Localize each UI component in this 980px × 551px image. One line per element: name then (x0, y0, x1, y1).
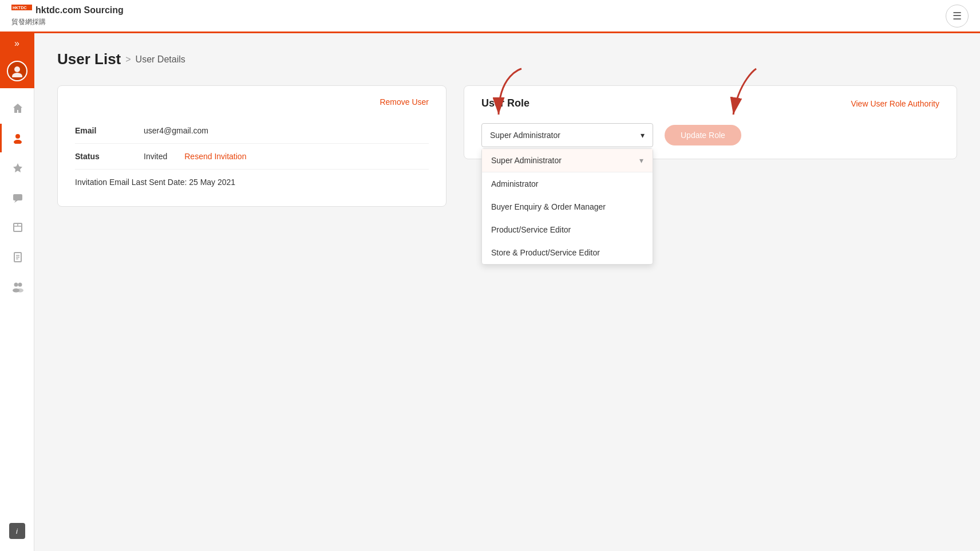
breadcrumb-current: User Details (136, 54, 185, 65)
sidebar-nav (0, 88, 34, 301)
sidebar-item-user[interactable] (0, 124, 34, 152)
svg-point-5 (15, 134, 20, 139)
svg-marker-7 (13, 163, 22, 172)
sidebar: » (0, 33, 34, 551)
avatar (7, 61, 27, 81)
sidebar-bottom: i (0, 517, 34, 551)
svg-marker-9 (14, 200, 18, 203)
svg-point-6 (14, 140, 22, 144)
role-dropdown-wrapper: Super Administrator ▾ Super Administrato… (481, 123, 653, 147)
main-container: » (0, 33, 980, 551)
sidebar-item-star[interactable] (0, 154, 34, 182)
user-avatar-icon (11, 65, 23, 77)
dropdown-item-admin[interactable]: Administrator (482, 172, 653, 195)
box-icon (12, 222, 23, 233)
dropdown-item-product-editor[interactable]: Product/Service Editor (482, 218, 653, 241)
svg-point-3 (14, 66, 20, 72)
dropdown-item-store-editor[interactable]: Store & Product/Service Editor (482, 241, 653, 264)
svg-point-18 (18, 283, 22, 287)
svg-point-17 (14, 283, 18, 287)
role-controls: Super Administrator ▾ Super Administrato… (481, 123, 939, 147)
sidebar-avatar[interactable] (0, 54, 34, 88)
logo-chinese: 貿發網採購 (11, 17, 124, 27)
expand-icon: » (14, 38, 19, 49)
resend-invitation-link[interactable]: Resend Invitation (184, 152, 246, 161)
page-title: User List (57, 50, 121, 68)
view-authority-link[interactable]: View User Role Authority (851, 99, 939, 108)
sidebar-item-products[interactable] (0, 213, 34, 242)
app-header: HKTDC hktdc.com Sourcing 貿發網採購 ☰ (0, 0, 980, 33)
email-value: user4@gmail.com (144, 126, 208, 135)
breadcrumb: User List > User Details (57, 50, 957, 68)
svg-rect-1 (11, 10, 32, 16)
sidebar-item-home[interactable] (0, 94, 34, 123)
email-label: Email (75, 126, 144, 135)
status-label: Status (75, 152, 144, 161)
dropdown-item-buyer-manager[interactable]: Buyer Enquiry & Order Manager (482, 195, 653, 218)
user-info-card: Remove User Email user4@gmail.com Status… (57, 85, 446, 207)
invite-date: Invitation Email Last Sent Date: 25 May … (75, 170, 429, 195)
document-icon (12, 251, 23, 263)
user-role-card: User Role View User Role Authority Super… (464, 85, 957, 159)
email-row: Email user4@gmail.com (75, 118, 429, 144)
team-icon (11, 281, 24, 293)
update-role-button[interactable]: Update Role (665, 125, 741, 145)
user-icon (12, 132, 23, 144)
sidebar-item-documents[interactable] (0, 243, 34, 271)
logo-subtitle: hktdc.com Sourcing (35, 5, 124, 15)
hktdc-logo-icon: HKTDC (11, 5, 32, 16)
star-icon (12, 162, 23, 174)
selected-role-label: Super Administrator (490, 131, 560, 140)
svg-point-20 (17, 289, 23, 293)
svg-text:HKTDC: HKTDC (13, 6, 27, 10)
status-row: Status Invited Resend Invitation (75, 144, 429, 170)
svg-rect-8 (13, 194, 22, 200)
sidebar-item-team[interactable] (0, 273, 34, 301)
breadcrumb-separator: > (125, 54, 131, 65)
cards-row: Remove User Email user4@gmail.com Status… (57, 85, 957, 207)
role-dropdown-menu: Super Administrator ▾ Administrator Buye… (481, 148, 653, 265)
info-icon: i (9, 523, 25, 539)
sidebar-info-button[interactable]: i (0, 517, 34, 545)
home-icon (12, 103, 23, 114)
role-card-header: User Role View User Role Authority (481, 97, 939, 109)
content-area: User List > User Details Remove User Ema… (34, 33, 980, 551)
sidebar-item-messages[interactable] (0, 183, 34, 212)
logo-top: HKTDC hktdc.com Sourcing (11, 5, 124, 16)
check-icon: ▾ (639, 156, 643, 165)
chat-icon (12, 192, 23, 203)
dropdown-arrow-icon: ▾ (641, 131, 645, 140)
role-dropdown-trigger[interactable]: Super Administrator ▾ (481, 123, 653, 147)
status-value: Invited (144, 152, 167, 161)
hamburger-icon: ☰ (953, 10, 962, 22)
logo-area: HKTDC hktdc.com Sourcing 貿發網採購 (11, 5, 124, 27)
role-card-title: User Role (481, 97, 529, 109)
svg-point-4 (12, 73, 22, 77)
dropdown-item-super-admin[interactable]: Super Administrator ▾ (482, 149, 653, 172)
hamburger-button[interactable]: ☰ (946, 5, 969, 27)
remove-user-link[interactable]: Remove User (380, 97, 429, 107)
sidebar-expand-button[interactable]: » (0, 33, 34, 54)
card-top-actions: Remove User (75, 97, 429, 107)
